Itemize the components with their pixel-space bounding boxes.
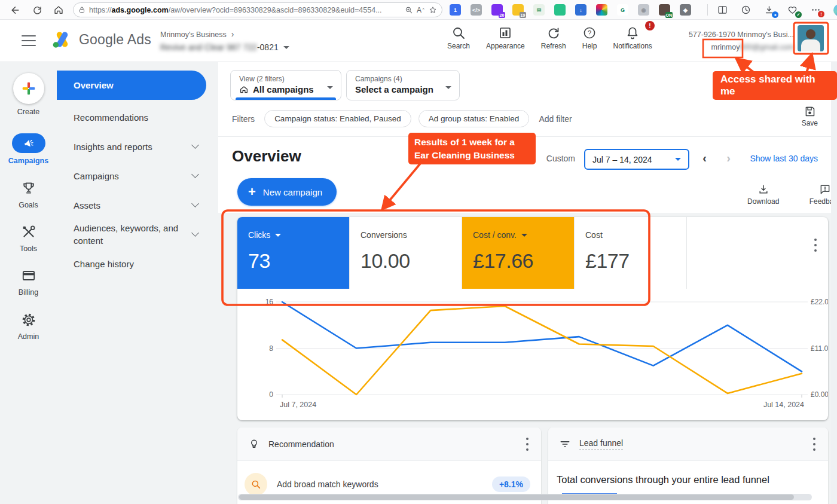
- save-button[interactable]: Save: [802, 105, 818, 127]
- left-navigation-rail: Create Campaigns Goals Tools Billing: [0, 62, 57, 504]
- campaign-select-value: Select a campaign: [355, 84, 433, 94]
- vertical-scrollbar[interactable]: [831, 62, 837, 504]
- metric-selector-row: Clicks 73 Conversions 10.00 Cost / conv.…: [237, 217, 828, 289]
- rail-item-billing[interactable]: Billing: [0, 267, 57, 297]
- main-menu-icon[interactable]: [22, 35, 36, 46]
- svg-text:£22.0: £22.0: [811, 298, 828, 306]
- horizontal-scrollbar-thumb[interactable]: [239, 494, 794, 500]
- search-button[interactable]: Search: [447, 26, 470, 50]
- nav-item-insights-reports[interactable]: Insights and reports: [57, 135, 218, 158]
- favorites-star-icon[interactable]: [429, 6, 437, 14]
- rail-item-tools[interactable]: Tools: [0, 223, 57, 253]
- notifications-button[interactable]: ! Notifications: [613, 26, 652, 50]
- nav-item-recommendations[interactable]: Recommendations: [57, 105, 218, 129]
- svg-text:?: ?: [588, 29, 591, 36]
- nav-item-change-history[interactable]: Change history: [57, 252, 218, 276]
- chevron-down-icon: [445, 86, 451, 89]
- nav-item-overview[interactable]: Overview: [57, 71, 206, 100]
- metric-cost-per-conv[interactable]: Cost / conv. £17.66: [462, 217, 575, 289]
- recommendation-card: Recommendation Add broad match keywords …: [237, 427, 541, 504]
- show-last-30-days-link[interactable]: Show last 30 days: [750, 154, 818, 163]
- metric-conversions[interactable]: Conversions 10.00: [350, 217, 462, 289]
- ads-header: Google Ads Mrinmoy's Business› Revive an…: [0, 20, 837, 62]
- metric-cost[interactable]: Cost £177: [575, 217, 687, 289]
- recommendation-menu-icon[interactable]: [522, 438, 533, 451]
- browser-controls: ● ✓ !: [715, 2, 837, 17]
- recommendation-item[interactable]: Add broad match keywords +8.1%: [237, 461, 541, 496]
- rail-item-create[interactable]: Create: [0, 73, 57, 116]
- filter-chip-adgroup-status[interactable]: Ad group status: Enabled: [418, 110, 530, 127]
- lock-icon: [78, 6, 85, 14]
- overview-line-chart: 0£0.008£11.016£22.0Jul 7, 2024Jul 14, 20…: [237, 289, 828, 420]
- profile-avatar[interactable]: [798, 25, 824, 51]
- metric-clicks[interactable]: Clicks 73: [237, 217, 350, 289]
- previous-period-button[interactable]: ‹: [702, 151, 707, 165]
- campaign-select-dropdown[interactable]: Campaigns (4) Select a campaign: [346, 70, 460, 100]
- split-screen-icon[interactable]: [715, 2, 730, 17]
- code-extension-icon[interactable]: </>: [471, 4, 482, 16]
- download-icon: [757, 184, 769, 196]
- address-bar[interactable]: https://ads.google.com/aw/overview?ocid=…: [73, 2, 442, 17]
- next-period-button[interactable]: ›: [726, 151, 731, 165]
- rail-item-admin[interactable]: Admin: [0, 311, 57, 341]
- filters-label: Filters: [232, 114, 255, 124]
- zoom-page-icon[interactable]: [405, 6, 413, 14]
- mail-extension-icon[interactable]: ✉: [533, 4, 545, 16]
- puzzle-extension-icon[interactable]: ◆: [680, 4, 691, 16]
- browser-refresh-icon[interactable]: [29, 2, 45, 19]
- green-bird-extension-icon[interactable]: [554, 4, 566, 16]
- copilot-icon[interactable]: [832, 2, 837, 17]
- funnel-icon: [559, 438, 571, 450]
- lead-funnel-title[interactable]: Lead funnel: [579, 438, 623, 450]
- account-id-line: 577-926-1970 Mrinmoy's Busi...: [689, 29, 794, 41]
- immersive-reader-icon[interactable]: A⌃: [417, 6, 425, 14]
- plus-icon: +: [248, 185, 256, 198]
- rail-item-goals[interactable]: Goals: [0, 179, 57, 209]
- date-mode-label: Custom: [546, 154, 575, 163]
- purple-counter-extension-icon[interactable]: 20: [491, 4, 503, 16]
- lead-funnel-menu-icon[interactable]: [809, 438, 820, 451]
- yellow-counter-extension-icon[interactable]: 19: [512, 4, 524, 16]
- rail-item-campaigns[interactable]: Campaigns: [0, 133, 57, 165]
- browser-back-icon[interactable]: [6, 2, 23, 19]
- active-underline: [236, 97, 336, 100]
- browser-home-icon[interactable]: [50, 2, 67, 19]
- uplift-badge: +8.1%: [492, 476, 530, 492]
- account-email: mrinmoy500@gmail.com: [689, 41, 794, 54]
- filter-chip-campaign-status[interactable]: Campaign status: Enabled, Paused: [264, 110, 411, 127]
- blue-download-extension-icon[interactable]: ↓: [575, 4, 586, 16]
- billing-card-icon: [21, 267, 36, 285]
- chevron-down-icon: [675, 158, 681, 161]
- access-annotation: Access shared with me: [713, 71, 837, 100]
- nav-item-audiences-keywords-content[interactable]: Audiences, keywords, and content: [57, 217, 218, 252]
- downloads-icon[interactable]: ●: [762, 2, 777, 17]
- appearance-button[interactable]: Appearance: [486, 26, 525, 50]
- new-campaign-button[interactable]: + New campaign: [237, 178, 337, 206]
- blue-tag-extension-icon[interactable]: 1: [450, 4, 461, 16]
- settings-more-icon[interactable]: !: [808, 2, 823, 17]
- grammarly-extension-icon[interactable]: G: [617, 4, 628, 16]
- color-wheel-extension-icon[interactable]: [596, 4, 607, 16]
- history-icon[interactable]: [738, 2, 753, 17]
- refresh-button[interactable]: Refresh: [541, 26, 566, 50]
- nav-item-assets[interactable]: Assets: [57, 193, 218, 217]
- help-button[interactable]: ? Help: [582, 26, 597, 50]
- add-filter-button[interactable]: Add filter: [539, 114, 572, 124]
- svg-text:8: 8: [269, 344, 273, 353]
- search-icon: [451, 26, 466, 40]
- horizontal-scrollbar[interactable]: [238, 494, 812, 500]
- browser-essentials-icon[interactable]: ✓: [785, 2, 800, 17]
- chevron-down-icon: [191, 170, 199, 178]
- toolbar-divider: [707, 4, 708, 16]
- date-range-picker[interactable]: Jul 7 – 14, 2024: [584, 149, 689, 170]
- account-breadcrumb[interactable]: Mrinmoy's Business› Revive and Clear 987…: [160, 28, 289, 54]
- download-button[interactable]: Download: [747, 184, 779, 206]
- create-plus-icon: [13, 73, 44, 104]
- series-cost-conv-: [282, 306, 802, 395]
- date-range-value: Jul 7 – 14, 2024: [592, 155, 652, 164]
- view-filter-dropdown[interactable]: View (2 filters) All campaigns: [230, 70, 341, 100]
- shield-extension-icon[interactable]: ◉: [638, 4, 649, 16]
- on-toggle-extension-icon[interactable]: ON: [659, 4, 670, 16]
- nav-item-campaigns[interactable]: Campaigns: [57, 164, 218, 188]
- chart-card-menu-icon[interactable]: [810, 239, 821, 252]
